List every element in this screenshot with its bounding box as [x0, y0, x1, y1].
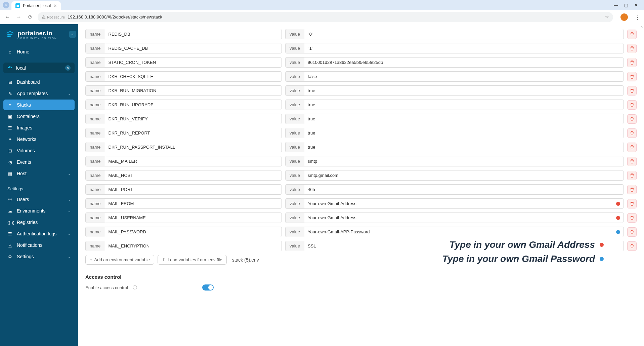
- env-value-input[interactable]: [308, 86, 620, 95]
- env-name-input[interactable]: [105, 85, 282, 96]
- sidebar-item-volumes[interactable]: ⊟Volumes: [3, 145, 75, 156]
- delete-env-button[interactable]: [627, 44, 637, 53]
- env-value-input[interactable]: [308, 213, 614, 223]
- env-value-input[interactable]: [308, 114, 620, 124]
- access-control-toggle[interactable]: [202, 284, 214, 291]
- delete-env-button[interactable]: [627, 86, 637, 95]
- env-name-input[interactable]: [105, 100, 282, 110]
- env-name-input[interactable]: [105, 241, 282, 251]
- trash-icon: [630, 230, 634, 234]
- delete-env-button[interactable]: [627, 171, 637, 180]
- sidebar-item-stacks[interactable]: ≡Stacks: [3, 100, 75, 110]
- sidebar-item-host[interactable]: ▦Host⌄: [3, 168, 75, 179]
- env-name-input[interactable]: [105, 128, 282, 138]
- delete-env-button[interactable]: [627, 199, 637, 208]
- sidebar-item-registries[interactable]: ((·))Registries: [3, 217, 75, 228]
- delete-env-button[interactable]: [627, 185, 637, 194]
- env-name-input[interactable]: [105, 57, 282, 68]
- env-name-input[interactable]: [105, 43, 282, 53]
- back-button[interactable]: ←: [3, 14, 11, 20]
- logo[interactable]: portainer.io COMMUNITY EDITION «: [3, 30, 75, 40]
- forward-button[interactable]: →: [15, 14, 23, 20]
- delete-env-button[interactable]: [627, 100, 637, 110]
- env-name-input[interactable]: [105, 184, 282, 195]
- env-value-input[interactable]: [308, 29, 620, 39]
- host-icon: ▦: [7, 171, 13, 176]
- value-label: value: [285, 198, 304, 209]
- sidebar-item-users[interactable]: ⚇Users⌄: [3, 194, 75, 205]
- sidebar-item-home[interactable]: ⌂ Home: [3, 46, 75, 57]
- load-env-file-button[interactable]: ⇧ Load variables from .env file: [158, 255, 227, 265]
- env-value-input[interactable]: [308, 199, 614, 208]
- security-badge[interactable]: Not secure: [42, 15, 65, 19]
- stack-file-name: stack (5).env: [232, 257, 259, 263]
- sidebar-item-settings[interactable]: ⚙Settings⌄: [3, 251, 75, 262]
- delete-env-button[interactable]: [627, 72, 637, 81]
- sidebar-item-containers[interactable]: ▣Containers: [3, 111, 75, 122]
- sidebar-item-events[interactable]: ◔Events: [3, 157, 75, 167]
- value-label: value: [285, 227, 304, 237]
- env-name-input[interactable]: [105, 156, 282, 166]
- env-name-input[interactable]: [105, 114, 282, 124]
- sidebar-item-environments[interactable]: ☁Environments⌄: [3, 205, 75, 216]
- delete-env-button[interactable]: [627, 213, 637, 223]
- env-name-input[interactable]: [105, 71, 282, 82]
- value-label: value: [285, 100, 304, 110]
- env-name-input[interactable]: [105, 213, 282, 223]
- env-value-input[interactable]: [308, 185, 620, 194]
- sidebar-collapse-button[interactable]: «: [69, 31, 76, 38]
- env-value-input[interactable]: [308, 43, 620, 53]
- help-icon[interactable]: ⓘ: [133, 284, 137, 291]
- trash-icon: [630, 201, 634, 206]
- env-name-input[interactable]: [105, 227, 282, 237]
- sidebar-item-label: Users: [17, 197, 29, 202]
- sidebar-item-label: Networks: [17, 137, 36, 142]
- env-name-input[interactable]: [105, 170, 282, 181]
- environment-close-icon[interactable]: ✕: [65, 65, 71, 71]
- delete-env-button[interactable]: [627, 241, 637, 251]
- env-var-row: namevalue: [85, 71, 637, 82]
- delete-env-button[interactable]: [627, 128, 637, 138]
- env-value-input[interactable]: [308, 156, 620, 166]
- env-name-input[interactable]: [105, 198, 282, 209]
- env-name-input[interactable]: [105, 29, 282, 39]
- bookmark-star-icon[interactable]: ☆: [605, 14, 609, 20]
- tab-dropdown[interactable]: [3, 2, 9, 8]
- env-value-input[interactable]: [308, 170, 620, 180]
- browser-tab[interactable]: Portainer | local ✕: [11, 1, 61, 10]
- env-var-row: namevalue: [85, 29, 637, 39]
- sidebar-item-dashboard[interactable]: ⊞Dashboard: [3, 77, 75, 87]
- sidebar-item-authentication-logs[interactable]: ☰Authentication logs⌄: [3, 228, 75, 239]
- env-value-input[interactable]: [308, 128, 620, 138]
- value-label: value: [285, 71, 304, 82]
- profile-avatar[interactable]: [620, 13, 628, 21]
- close-window-icon[interactable]: ✕: [634, 3, 638, 8]
- env-value-input[interactable]: [308, 100, 620, 110]
- tab-close-icon[interactable]: ✕: [53, 3, 57, 8]
- url-bar[interactable]: Not secure 192.168.0.188:9000/#!/2/docke…: [38, 12, 613, 22]
- sidebar-item-app-templates[interactable]: ✎App Templates⌄: [3, 88, 75, 99]
- scroll-up-icon[interactable]: ^: [641, 26, 643, 30]
- browser-menu-icon[interactable]: ⋮: [634, 13, 641, 21]
- delete-env-button[interactable]: [627, 157, 637, 166]
- env-value-input[interactable]: [308, 72, 620, 81]
- env-value-input[interactable]: [308, 227, 614, 237]
- env-value-input[interactable]: [308, 57, 620, 67]
- sidebar-item-notifications[interactable]: △Notifications: [3, 240, 75, 251]
- delete-env-button[interactable]: [627, 143, 637, 152]
- delete-env-button[interactable]: [627, 114, 637, 124]
- env-value-input[interactable]: [308, 142, 620, 152]
- env-name-input[interactable]: [105, 142, 282, 152]
- sidebar-item-images[interactable]: ☰Images: [3, 122, 75, 133]
- reload-button[interactable]: ⟳: [26, 14, 34, 20]
- maximize-icon[interactable]: ▢: [624, 3, 628, 8]
- chevron-down-icon: ⌄: [68, 92, 71, 95]
- minimize-icon[interactable]: —: [614, 3, 618, 8]
- sidebar-item-networks[interactable]: ⚭Networks: [3, 134, 75, 145]
- delete-env-button[interactable]: [627, 58, 637, 67]
- svg-rect-5: [11, 34, 12, 35]
- environment-pill[interactable]: local ✕: [3, 63, 75, 73]
- add-env-variable-button[interactable]: + Add an environment variable: [85, 255, 154, 265]
- delete-env-button[interactable]: [627, 227, 637, 237]
- delete-env-button[interactable]: [627, 30, 637, 39]
